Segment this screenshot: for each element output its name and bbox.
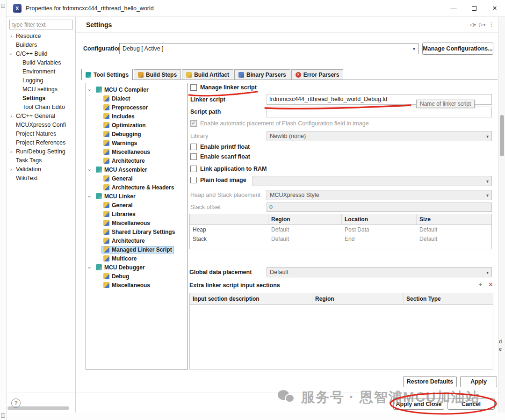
- minimized-view-icon[interactable]: [1, 413, 5, 418]
- tool-category-icon: [103, 140, 109, 146]
- screenshot-root: X Properties for frdmmcxc444_rtthread_he…: [0, 0, 505, 420]
- close-button[interactable]: ✕: [484, 0, 505, 16]
- tool-tree-item[interactable]: MCU C Compiler: [86, 86, 188, 94]
- cancel-button[interactable]: Cancel: [447, 398, 495, 410]
- minimize-button[interactable]: —: [443, 0, 464, 16]
- help-button[interactable]: ?: [11, 398, 21, 408]
- tool-tree-item[interactable]: General: [86, 174, 188, 183]
- table-row[interactable]: HeapDefaultPost DataDefault: [190, 225, 491, 234]
- sidebar-item[interactable]: Environment: [7, 67, 75, 76]
- link-to-ram-checkbox[interactable]: [190, 166, 197, 172]
- restore-view-icon[interactable]: [1, 4, 5, 8]
- chevron-down-icon: ▾: [486, 270, 491, 275]
- library-label: Library: [190, 133, 208, 139]
- plain-load-image-row: Plain load image: [190, 177, 246, 183]
- sidebar-item[interactable]: Project References: [7, 138, 75, 147]
- sidebar-item[interactable]: Builders: [7, 41, 75, 50]
- manage-linker-script-checkbox[interactable]: [190, 84, 197, 91]
- tool-tree-item[interactable]: Includes: [86, 112, 188, 121]
- tool-tree-item[interactable]: MCU Debugger: [86, 263, 188, 272]
- sidebar-item[interactable]: Logging: [7, 76, 75, 85]
- tool-tree-item[interactable]: Architecture: [86, 157, 188, 166]
- expand-arrow-icon[interactable]: [89, 166, 94, 174]
- manage-configurations-button[interactable]: Manage Configurations...: [422, 43, 493, 55]
- tool-tree-item[interactable]: Debugging: [86, 130, 188, 139]
- tool-tree-item[interactable]: General: [86, 201, 188, 210]
- heap-stack-placement-combo[interactable]: MCUXpresso Style ▾: [267, 190, 492, 200]
- global-data-placement-label: Global data placement: [189, 269, 252, 275]
- tool-tree-item[interactable]: Warnings: [86, 139, 188, 148]
- plain-load-image-checkbox[interactable]: [190, 177, 197, 183]
- tool-tree-item[interactable]: Miscellaneous: [86, 281, 188, 290]
- filter-input[interactable]: [9, 20, 73, 29]
- stack-offset-input[interactable]: 0: [267, 203, 492, 212]
- expand-arrow-icon[interactable]: [10, 50, 16, 58]
- sidebar-item[interactable]: Task Tags: [7, 156, 75, 165]
- checkbox-label: Enable printf float: [200, 144, 250, 150]
- tab-tool-settings[interactable]: Tool Settings: [81, 69, 133, 80]
- sidebar-item[interactable]: C/C++ General: [7, 112, 75, 121]
- scrollbar-thumb[interactable]: [500, 115, 504, 156]
- tool-category-icon: [103, 273, 109, 279]
- table-row[interactable]: StackDefaultEndDefault: [190, 234, 491, 244]
- tool-tree-item[interactable]: Multicore: [86, 254, 188, 263]
- sidebar-item[interactable]: WikiText: [7, 174, 75, 183]
- expand-arrow-icon[interactable]: [10, 165, 16, 174]
- sidebar-item[interactable]: Resource: [7, 32, 75, 41]
- flash-config-checkbox[interactable]: [190, 120, 197, 127]
- tool-tree-item[interactable]: Debug: [86, 272, 188, 281]
- sidebar-item[interactable]: MCU settings: [7, 85, 75, 94]
- sidebar-item[interactable]: Validation: [7, 165, 75, 174]
- tool-category-icon: [103, 149, 109, 155]
- view-menu-icon[interactable]: ⋮: [489, 22, 494, 28]
- tool-tree-item[interactable]: Miscellaneous: [86, 219, 188, 228]
- tool-tree-item[interactable]: Preprocessor: [86, 103, 188, 112]
- forward-icon[interactable]: ▷▾: [479, 22, 485, 28]
- tool-tree-item[interactable]: Miscellaneous: [86, 148, 188, 157]
- expand-arrow-icon[interactable]: [10, 32, 16, 41]
- tool-tree-item[interactable]: Libraries: [86, 210, 188, 219]
- tool-category-icon: [103, 282, 109, 288]
- sidebar-item[interactable]: Tool Chain Edito: [7, 103, 75, 112]
- tool-tree-item[interactable]: Shared Library Settings: [86, 228, 188, 237]
- tool-category-icon: [103, 202, 109, 208]
- sidebar-item[interactable]: C/C++ Build: [7, 50, 75, 58]
- sidebar-item[interactable]: MCUXpresso Confi: [7, 121, 75, 130]
- expand-arrow-icon[interactable]: [89, 192, 94, 201]
- script-path-input[interactable]: [267, 107, 492, 117]
- expand-arrow-icon[interactable]: [89, 263, 94, 272]
- sidebar-item[interactable]: Run/Debug Setting: [7, 147, 75, 156]
- back-icon[interactable]: ◁▾: [469, 22, 476, 28]
- restore-defaults-button[interactable]: Restore Defaults: [403, 376, 457, 387]
- sidebar-item-settings[interactable]: Settings: [7, 94, 75, 103]
- expand-arrow-icon[interactable]: [10, 112, 16, 121]
- scanf-float-checkbox[interactable]: [190, 153, 197, 160]
- plain-load-image-combo[interactable]: ▾: [252, 176, 492, 186]
- sidebar-item[interactable]: Project Natures: [7, 130, 75, 138]
- delete-section-icon[interactable]: ✕: [487, 281, 494, 288]
- tool-tree-item-managed-linker-script[interactable]: Managed Linker Script: [86, 246, 188, 254]
- printf-float-checkbox[interactable]: [190, 144, 197, 150]
- tab-build-artifact[interactable]: Build Artifact: [182, 69, 233, 80]
- tool-tree-item[interactable]: Optimization: [86, 121, 188, 130]
- tab-build-steps[interactable]: Build Steps: [134, 69, 181, 80]
- tool-tree-item[interactable]: Architecture: [86, 237, 188, 246]
- tool-tree-item[interactable]: MCU Linker: [86, 192, 188, 201]
- apply-button[interactable]: Apply: [460, 376, 497, 387]
- maximize-button[interactable]: [464, 0, 484, 16]
- apply-and-close-button[interactable]: Apply and Close: [393, 398, 444, 410]
- sidebar-item[interactable]: Build Variables: [7, 58, 75, 67]
- tab-error-parsers[interactable]: Error Parsers: [291, 69, 344, 80]
- tool-tree-item[interactable]: Architecture & Headers: [86, 183, 188, 192]
- expand-arrow-icon[interactable]: [89, 86, 94, 94]
- library-combo[interactable]: Newlib (none) ▾: [267, 131, 492, 141]
- add-section-icon[interactable]: +: [477, 281, 484, 288]
- expand-arrow-icon[interactable]: [10, 147, 16, 156]
- vertical-scrollbar[interactable]: [498, 17, 505, 413]
- configuration-combo[interactable]: Debug [ Active ] ▾: [119, 43, 418, 54]
- global-data-placement-combo[interactable]: Default ▾: [267, 267, 492, 277]
- tool-tree-item[interactable]: Dialect: [86, 94, 188, 103]
- tool-category-icon: [96, 264, 102, 270]
- tab-binary-parsers[interactable]: Binary Parsers: [234, 69, 290, 80]
- tool-tree-item[interactable]: MCU Assembler: [86, 166, 188, 174]
